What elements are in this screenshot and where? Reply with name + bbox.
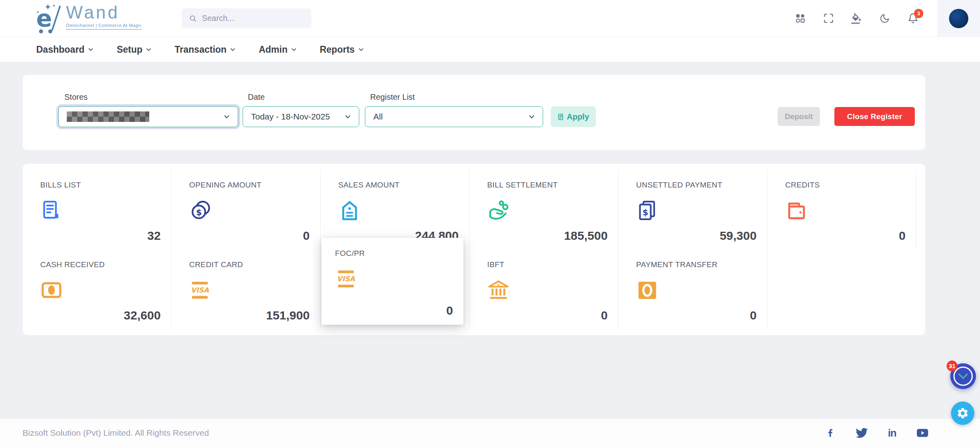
apply-filter-icon — [558, 113, 564, 120]
nav-item-setup[interactable]: Setup — [117, 44, 151, 55]
cash-note-icon — [40, 279, 161, 303]
stores-label: Stores — [64, 93, 88, 102]
chevron-down-icon — [291, 48, 296, 51]
chevron-down-icon — [146, 48, 151, 51]
theme-paint-bucket-icon[interactable] — [850, 12, 863, 25]
fullscreen-icon[interactable] — [822, 12, 834, 25]
register-value: All — [373, 112, 383, 122]
ring-decoration — [953, 367, 973, 386]
apply-button[interactable]: Apply — [551, 106, 596, 127]
svg-text:$: $ — [196, 208, 202, 217]
stats-panel: BILLS LIST 32 OPENING AMOUNT $ 0 — [23, 164, 925, 335]
nav-item-admin[interactable]: Admin — [259, 44, 296, 55]
coins-dollar-icon: $ — [189, 199, 309, 223]
gear-icon — [956, 407, 969, 420]
cart-e-logo-icon: e — [35, 3, 66, 34]
stat-card-cash-received[interactable]: CASH RECEIVED 32,600 — [23, 250, 171, 330]
dark-mode-moon-icon[interactable] — [879, 12, 891, 25]
search-bar[interactable] — [182, 8, 311, 28]
stat-card-credit-card[interactable]: CREDIT CARD VISA 151,900 — [171, 250, 320, 330]
nav-item-reports[interactable]: Reports — [320, 44, 364, 55]
svg-text:e: e — [36, 5, 52, 32]
chevron-down-icon — [529, 115, 535, 119]
brand-logo[interactable]: e Wand Omnichannel | Commerce At Magic — [35, 3, 142, 34]
user-menu[interactable] — [937, 0, 980, 37]
stores-value-redacted — [67, 111, 149, 122]
avatar[interactable] — [949, 9, 968, 28]
facebook-icon[interactable] — [825, 428, 836, 438]
stat-card-payment-transfer[interactable]: PAYMENT TRANSFER 0 — [618, 250, 767, 330]
chevron-down-icon — [345, 115, 351, 119]
bill-receipt-icon — [40, 199, 161, 223]
scroll-notifications-button[interactable]: 31 — [950, 363, 976, 389]
scroll-count-badge: 31 — [947, 360, 957, 371]
bank-building-icon — [487, 279, 607, 303]
stores-select[interactable] — [58, 106, 238, 127]
wallet-icon — [785, 199, 906, 223]
register-list-label: Register List — [370, 93, 415, 102]
date-select[interactable]: Today - 18-Nov-2025 — [243, 106, 359, 127]
page-footer: Bizsoft Solution (Pvt) Limited. All Righ… — [0, 418, 980, 447]
price-tag-icon — [338, 199, 459, 223]
chevron-down-icon — [358, 48, 364, 51]
svg-text:VISA: VISA — [337, 275, 355, 283]
settings-gear-button[interactable] — [951, 402, 974, 425]
close-register-button[interactable]: Close Register — [834, 107, 915, 126]
stat-card-credits[interactable]: CREDITS 0 — [768, 170, 916, 250]
stat-card-bill-settlement[interactable]: BILL SETTLEMENT 185,500 — [469, 170, 618, 250]
brand-tagline: Omnichannel | Commerce At Magic — [66, 23, 142, 30]
top-header: e Wand Omnichannel | Commerce At Magic — [0, 0, 980, 37]
stat-card-ibft[interactable]: IBFT 0 — [469, 250, 618, 330]
stat-card-foc-pr[interactable]: FOC/PR VISA 0 — [321, 250, 469, 330]
twitter-icon[interactable] — [856, 427, 868, 439]
nav-item-dashboard[interactable]: Dashboard — [36, 44, 93, 55]
banknotes-dollar-icon: $ — [636, 199, 756, 223]
chevron-down-icon — [230, 48, 235, 51]
deposit-button[interactable]: Deposit — [778, 107, 820, 126]
chevron-down-icon — [88, 48, 93, 51]
svg-text:$: $ — [642, 208, 648, 217]
search-input[interactable] — [202, 14, 304, 23]
hand-coins-icon — [487, 199, 607, 223]
cash-filled-icon — [636, 279, 756, 303]
copyright-text: Bizsoft Solution (Pvt) Limited. All Righ… — [23, 428, 209, 438]
date-value: Today - 18-Nov-2025 — [251, 112, 330, 122]
search-icon — [189, 14, 197, 23]
svg-text:VISA: VISA — [191, 286, 210, 294]
notifications-bell-icon[interactable]: 3 — [907, 12, 919, 25]
stat-card-unsettled-payment[interactable]: UNSETTLED PAYMENT $ 59,300 — [618, 170, 767, 250]
stat-card-bills-list[interactable]: BILLS LIST 32 — [23, 170, 171, 250]
chevron-down-icon — [224, 115, 230, 119]
apps-grid-icon[interactable] — [794, 12, 806, 25]
stat-card-empty — [768, 250, 916, 330]
stat-card-foc-pr-elevated[interactable]: FOC/PR VISA 0 — [321, 238, 463, 325]
main-nav: Dashboard Setup Transaction Admin Report… — [0, 37, 980, 62]
register-list-select[interactable]: All — [365, 106, 543, 127]
nav-item-transaction[interactable]: Transaction — [175, 44, 235, 55]
youtube-icon[interactable] — [916, 428, 929, 438]
linkedin-icon[interactable]: in — [888, 427, 896, 439]
brand-name: Wand — [66, 4, 142, 21]
stat-card-opening-amount[interactable]: OPENING AMOUNT $ 0 — [171, 170, 320, 250]
chevron-down-icon — [958, 373, 968, 379]
visa-card-icon: VISA — [189, 279, 309, 303]
visa-card-icon: VISA — [335, 268, 453, 292]
date-label: Date — [248, 93, 265, 102]
notification-count-badge: 3 — [914, 9, 923, 18]
filter-panel: Stores Date Register List Today - 18-Nov… — [23, 75, 925, 150]
